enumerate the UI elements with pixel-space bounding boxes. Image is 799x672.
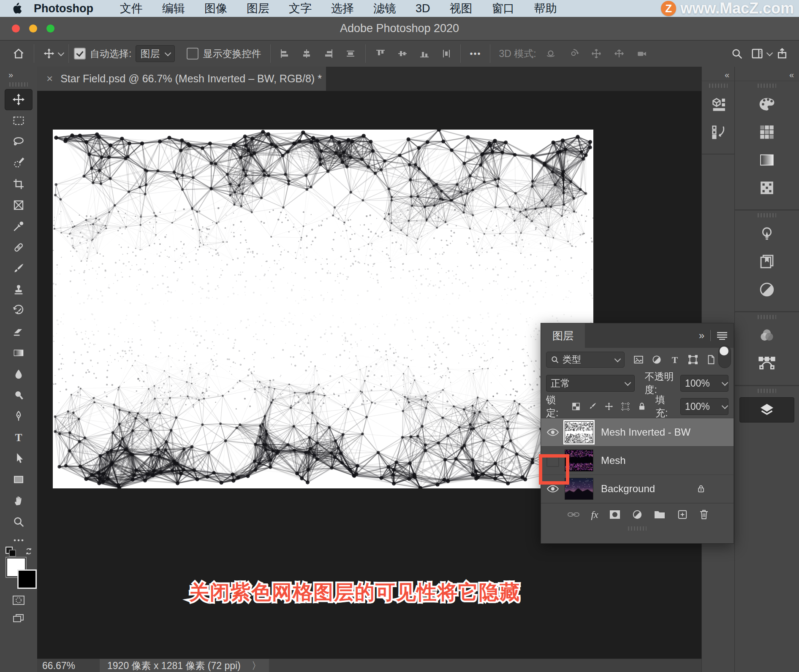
status-chevron-icon[interactable]: 〉 — [252, 659, 261, 672]
filter-toggle-switch[interactable] — [718, 345, 731, 368]
minimize-window-button[interactable] — [29, 24, 37, 33]
3d-pan-icon[interactable] — [587, 46, 606, 61]
lock-pixels-icon[interactable] — [587, 401, 598, 412]
filter-adjustment-layers-icon[interactable] — [651, 354, 662, 365]
document-canvas[interactable] — [53, 130, 593, 488]
toolbar-collapse-button[interactable]: » — [8, 70, 12, 80]
layer-row-mesh-inverted[interactable]: Mesh Inverted - BW — [541, 418, 734, 447]
layer-name[interactable]: Mesh Inverted - BW — [601, 426, 690, 438]
new-layer-icon[interactable] — [677, 509, 688, 520]
tool-history-brush[interactable] — [5, 300, 33, 321]
show-transform-checkbox[interactable] — [187, 48, 198, 60]
panel-collapse-icon[interactable]: » — [699, 330, 704, 341]
filter-pixel-layers-icon[interactable] — [633, 354, 644, 365]
layer-name[interactable]: Mesh — [601, 455, 626, 466]
workspace-switcher-icon[interactable] — [747, 46, 767, 62]
link-layers-icon[interactable] — [567, 509, 580, 520]
new-adjustment-layer-icon[interactable] — [632, 509, 643, 520]
more-options-button[interactable]: ••• — [466, 47, 485, 60]
filter-type-dropdown[interactable]: 类型 — [546, 352, 625, 368]
filter-type-layers-icon[interactable]: T — [669, 354, 680, 365]
filter-smart-objects-icon[interactable] — [706, 354, 717, 365]
toolbar-grip[interactable] — [9, 82, 28, 87]
learn-panel-icon[interactable] — [735, 220, 799, 248]
lock-transparency-icon[interactable] — [571, 401, 581, 412]
share-icon[interactable] — [772, 46, 792, 62]
rail-collapse-button[interactable]: « — [735, 67, 799, 81]
apple-logo-icon[interactable] — [13, 3, 23, 14]
panel-menu-icon[interactable] — [717, 331, 728, 340]
menu-app-name[interactable]: Photoshop — [34, 2, 93, 15]
tool-gradient[interactable] — [5, 342, 33, 363]
align-center-box-icon[interactable] — [342, 47, 359, 60]
default-colors-icon[interactable] — [5, 547, 16, 556]
rail-collapse-button[interactable]: « — [702, 67, 734, 81]
tool-move[interactable] — [5, 89, 33, 110]
move-tool-option-icon[interactable] — [39, 46, 59, 61]
tool-frame[interactable] — [5, 195, 33, 216]
layers-panel-icon[interactable] — [739, 397, 794, 423]
panel-resize-grip[interactable] — [541, 526, 734, 531]
zoom-level[interactable]: 66.67% — [42, 660, 75, 672]
menu-select[interactable]: 选择 — [331, 1, 354, 16]
color-panel-icon[interactable] — [735, 90, 799, 118]
zoom-window-button[interactable] — [46, 24, 54, 33]
align-top-icon[interactable] — [372, 47, 389, 60]
menu-window[interactable]: 窗口 — [492, 1, 515, 16]
paths-panel-icon[interactable] — [735, 350, 799, 377]
blend-mode-dropdown[interactable]: 正常 — [546, 375, 635, 392]
opacity-field[interactable]: 100% — [680, 375, 728, 392]
visibility-toggle[interactable] — [541, 428, 565, 437]
layer-row-background[interactable]: Background — [541, 475, 734, 503]
tool-brush[interactable] — [5, 258, 33, 279]
lock-artboard-icon[interactable] — [620, 401, 631, 412]
3d-roll-icon[interactable] — [564, 46, 583, 61]
tool-healing[interactable] — [5, 237, 33, 258]
filter-shape-layers-icon[interactable] — [688, 354, 698, 365]
lock-position-icon[interactable] — [604, 401, 614, 412]
auto-select-checkbox[interactable] — [74, 48, 86, 60]
align-bottom-icon[interactable] — [416, 47, 433, 60]
layer-thumbnail[interactable] — [565, 421, 593, 443]
document-canvas-area[interactable] — [53, 130, 593, 488]
tool-pen[interactable] — [5, 406, 33, 427]
search-icon[interactable] — [727, 46, 747, 62]
3d-camera-icon[interactable] — [633, 46, 651, 61]
align-center-h-icon[interactable] — [298, 47, 315, 60]
tool-crop[interactable] — [5, 173, 33, 195]
menu-file[interactable]: 文件 — [120, 1, 143, 16]
align-middle-icon[interactable] — [394, 47, 411, 60]
tool-quick-select[interactable] — [5, 152, 33, 173]
align-left-icon[interactable] — [276, 47, 294, 60]
tool-eyedropper[interactable] — [5, 216, 33, 237]
tool-zoom[interactable] — [5, 511, 33, 532]
tool-blur[interactable] — [5, 363, 33, 385]
adjustments-panel-icon[interactable] — [735, 276, 799, 303]
3d-orbit-icon[interactable] — [541, 46, 560, 61]
3d-slide-icon[interactable] — [610, 46, 628, 61]
delete-layer-icon[interactable] — [699, 509, 709, 520]
screen-mode-button[interactable] — [5, 609, 33, 628]
document-tab[interactable]: × Star Field.psd @ 66.7% (Mesh Inverted … — [37, 67, 326, 91]
tool-marquee[interactable] — [5, 110, 33, 131]
rail-grip[interactable] — [758, 84, 776, 88]
auto-select-dropdown[interactable]: 图层 — [136, 45, 175, 62]
tool-shape[interactable] — [5, 469, 33, 490]
layer-name[interactable]: Background — [601, 483, 655, 495]
menu-3d[interactable]: 3D — [416, 2, 430, 15]
document-info[interactable]: 1920 像素 x 1281 像素 (72 ppi) 〉 — [100, 659, 269, 672]
patterns-panel-icon[interactable] — [735, 174, 799, 202]
tool-type[interactable]: T — [5, 427, 33, 448]
rail-grip[interactable] — [758, 315, 776, 319]
properties-panel-icon[interactable] — [702, 90, 734, 118]
distribute-icon[interactable] — [438, 47, 455, 60]
visibility-toggle[interactable] — [541, 484, 565, 493]
rail-grip[interactable] — [758, 389, 776, 393]
align-right-icon[interactable] — [320, 47, 337, 60]
menu-view[interactable]: 视图 — [450, 1, 473, 16]
tool-hand[interactable] — [5, 490, 33, 511]
menu-help[interactable]: 帮助 — [534, 1, 557, 16]
channels-panel-icon[interactable] — [735, 322, 799, 350]
layer-style-icon[interactable]: fx — [591, 509, 598, 520]
menu-filter[interactable]: 滤镜 — [373, 1, 396, 16]
